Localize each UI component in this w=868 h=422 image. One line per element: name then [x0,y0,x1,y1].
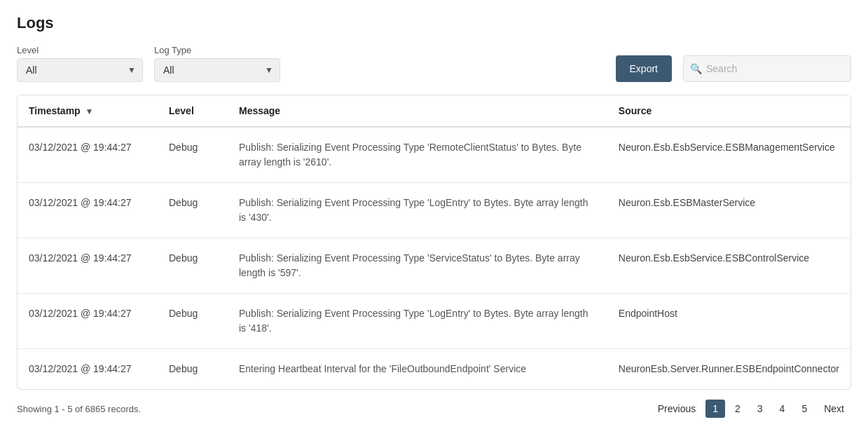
logs-table-container: Timestamp ▼ Level Message Source 03/12/2… [17,95,851,390]
page-2-button[interactable]: 2 [728,400,748,418]
page-title: Logs [17,14,851,32]
cell-timestamp-2: 03/12/2021 @ 19:44:27 [18,238,158,294]
cell-message-4: Entering Heartbeat Interval for the 'Fil… [228,349,607,390]
table-body: 03/12/2021 @ 19:44:27 Debug Publish: Ser… [18,127,850,389]
cell-source-1: Neuron.Esb.ESBMasterService [607,183,850,238]
cell-source-4: NeuronEsb.Server.Runner.ESBEndpointConne… [607,349,850,390]
search-icon: 🔍 [690,63,702,74]
cell-message-1: Publish: Serializing Event Processing Ty… [228,183,607,238]
col-header-message: Message [228,95,607,127]
level-filter-group: Level All Debug Info Warning Error ▼ [17,45,143,82]
cell-source-2: Neuron.Esb.EsbService.ESBControlService [607,238,850,294]
cell-timestamp-1: 03/12/2021 @ 19:44:27 [18,183,158,238]
logtype-select[interactable]: All System Application [154,58,280,82]
level-select-wrapper: All Debug Info Warning Error ▼ [17,58,143,82]
page-1-button[interactable]: 1 [705,400,725,418]
cell-level-1: Debug [158,183,228,238]
logtype-filter-group: Log Type All System Application ▼ [154,45,280,82]
cell-source-3: EndpointHost [607,294,850,349]
level-label: Level [17,45,143,55]
table-row: 03/12/2021 @ 19:44:27 Debug Entering Hea… [18,349,850,390]
cell-message-0: Publish: Serializing Event Processing Ty… [228,127,607,183]
cell-level-0: Debug [158,127,228,183]
showing-text: Showing 1 - 5 of 6865 records. [17,404,141,414]
page-5-button[interactable]: 5 [794,400,814,418]
cell-level-4: Debug [158,349,228,390]
sort-desc-icon: ▼ [85,107,94,116]
table-row: 03/12/2021 @ 19:44:27 Debug Publish: Ser… [18,127,850,183]
table-row: 03/12/2021 @ 19:44:27 Debug Publish: Ser… [18,238,850,294]
search-wrapper: 🔍 [683,55,851,82]
toolbar: Level All Debug Info Warning Error ▼ Log… [17,45,851,82]
page-4-button[interactable]: 4 [773,400,792,418]
pagination: Previous 1 2 3 4 5 Next [651,400,851,418]
col-header-timestamp[interactable]: Timestamp ▼ [18,95,158,127]
col-header-level: Level [158,95,228,127]
col-header-source: Source [607,95,850,127]
table-header: Timestamp ▼ Level Message Source [18,95,850,127]
logtype-label: Log Type [154,45,280,55]
cell-message-3: Publish: Serializing Event Processing Ty… [228,294,607,349]
next-button[interactable]: Next [817,400,851,418]
cell-source-0: Neuron.Esb.EsbService.ESBManagementServi… [607,127,850,183]
cell-message-2: Publish: Serializing Event Processing Ty… [228,238,607,294]
cell-timestamp-4: 03/12/2021 @ 19:44:27 [18,349,158,390]
export-button[interactable]: Export [616,55,672,82]
cell-level-2: Debug [158,238,228,294]
cell-level-3: Debug [158,294,228,349]
previous-button[interactable]: Previous [651,400,703,418]
table-row: 03/12/2021 @ 19:44:27 Debug Publish: Ser… [18,294,850,349]
page-3-button[interactable]: 3 [750,400,770,418]
search-input[interactable] [683,55,851,82]
table-row: 03/12/2021 @ 19:44:27 Debug Publish: Ser… [18,183,850,238]
footer: Showing 1 - 5 of 6865 records. Previous … [17,400,851,418]
logs-table: Timestamp ▼ Level Message Source 03/12/2… [18,95,850,389]
cell-timestamp-0: 03/12/2021 @ 19:44:27 [18,127,158,183]
logtype-select-wrapper: All System Application ▼ [154,58,280,82]
level-select[interactable]: All Debug Info Warning Error [17,58,143,82]
cell-timestamp-3: 03/12/2021 @ 19:44:27 [18,294,158,349]
